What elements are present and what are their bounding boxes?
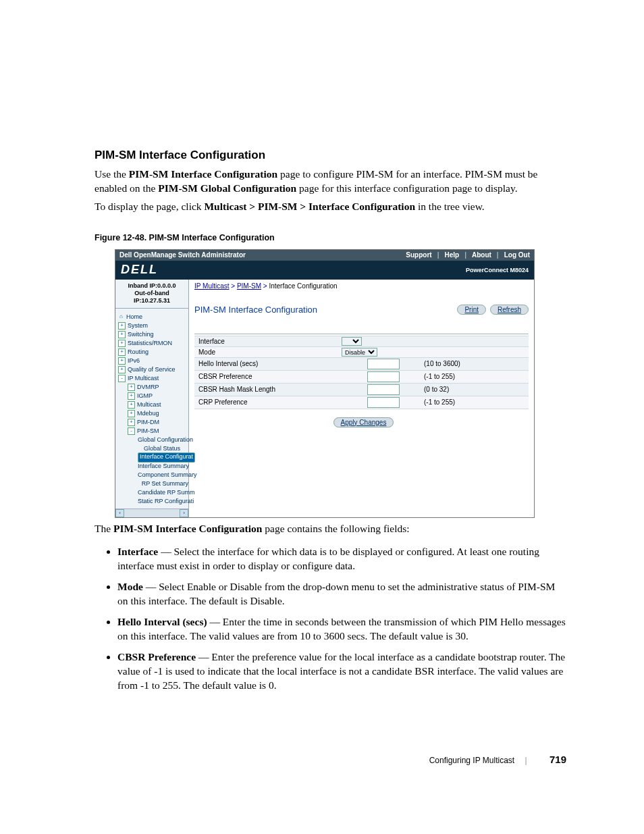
figure-caption: Figure 12-48. PIM-SM Interface Configura…: [95, 233, 566, 242]
field-control-cell: [338, 383, 420, 396]
sidebar-item-label: Statistics/RMON: [128, 340, 172, 346]
separator: |: [437, 251, 439, 259]
plus-icon[interactable]: +: [128, 392, 135, 400]
sidebar-item[interactable]: Global Status: [118, 444, 188, 453]
sidebar-item[interactable]: Global Configuration: [118, 436, 188, 444]
link-about[interactable]: About: [472, 251, 491, 259]
sidebar-item[interactable]: +Switching: [118, 330, 188, 339]
plus-icon[interactable]: +: [118, 348, 126, 356]
main-panel: IP Multicast > PIM-SM > Interface Config…: [189, 280, 534, 517]
numeric-input[interactable]: [367, 359, 400, 369]
chevron-left-icon[interactable]: ‹: [115, 509, 124, 517]
table-row: CBSR Preference(-1 to 255): [194, 370, 529, 383]
table-row: Interface: [194, 336, 529, 346]
chevron-right-icon[interactable]: ›: [180, 509, 188, 517]
sidebar-item-label: DVMRP: [137, 384, 159, 390]
numeric-input[interactable]: [367, 371, 400, 382]
field-label: Interface: [194, 336, 338, 346]
plus-icon[interactable]: +: [128, 401, 135, 409]
interface-select[interactable]: [342, 337, 362, 346]
sidebar-item[interactable]: +Mdebug: [118, 409, 188, 418]
text: Use the: [95, 168, 129, 180]
sidebar-item[interactable]: -IP Multicast: [118, 374, 188, 383]
sidebar-item[interactable]: +DVMRP: [118, 383, 188, 392]
sidebar-item[interactable]: +PIM-DM: [118, 418, 188, 427]
field-range: (-1 to 255): [420, 370, 529, 383]
sidebar-item-label: IPv6: [128, 357, 140, 364]
nav-tree: ⌂Home+System+Switching+Statistics/RMON+R…: [115, 309, 188, 509]
minus-icon[interactable]: -: [118, 375, 126, 382]
minus-icon[interactable]: -: [128, 427, 135, 435]
sidebar-item[interactable]: +IPv6: [118, 357, 188, 365]
tree-indent-icon: [136, 481, 140, 487]
breadcrumb: IP Multicast > PIM-SM > Interface Config…: [194, 282, 529, 290]
field-control-cell: [338, 370, 420, 383]
sidebar-item-label: Static RP Configurati: [138, 498, 194, 504]
footer-separator: |: [525, 756, 527, 765]
mode-select[interactable]: Disable: [342, 348, 377, 357]
list-item: CBSR Preference — Enter the preference v…: [117, 650, 566, 693]
crumb-ipmulticast[interactable]: IP Multicast: [194, 282, 230, 290]
list-item: Hello Interval (secs) — Enter the time i…: [117, 615, 566, 644]
crumb-pimsm[interactable]: PIM-SM: [237, 282, 261, 290]
sidebar-item[interactable]: +Statistics/RMON: [118, 339, 188, 348]
sidebar-item-label: Component Summary: [138, 471, 197, 478]
link-help[interactable]: Help: [444, 251, 459, 259]
sidebar-item[interactable]: +System: [118, 321, 188, 330]
sidebar-item[interactable]: +Multicast: [118, 400, 188, 409]
numeric-input[interactable]: [367, 397, 400, 408]
model-label: PowerConnect M8024: [466, 267, 529, 273]
field-control-cell: [338, 396, 420, 409]
sidebar-item[interactable]: -PIM-SM: [118, 427, 188, 436]
plus-icon[interactable]: +: [118, 340, 126, 347]
sidebar-item[interactable]: RP Set Summary: [118, 479, 188, 488]
sidebar: Inband IP:0.0.0.0 Out-of-band IP:10.27.5…: [115, 280, 189, 517]
intro-paragraph: Use the PIM-SM Interface Configuration p…: [95, 167, 566, 196]
dell-logo: DELL: [121, 263, 158, 277]
sidebar-item[interactable]: Interface Configurat: [118, 453, 188, 462]
list-item: Mode — Select Enable or Disable from the…: [117, 580, 566, 608]
field-range: (0 to 32): [420, 383, 529, 396]
sidebar-item-label: Candidate RP Summ: [138, 489, 194, 496]
window-titlebar: Dell OpenManage Switch Administrator Sup…: [115, 250, 534, 261]
sidebar-item-label: RP Set Summary: [142, 480, 188, 487]
sidebar-item[interactable]: Candidate RP Summ: [118, 488, 188, 497]
field-name: CBSR Preference: [117, 651, 196, 662]
sidebar-item[interactable]: Component Summary: [118, 471, 188, 479]
oob-ip: Out-of-band IP:10.27.5.31: [115, 290, 188, 305]
field-control-cell: [338, 357, 420, 370]
text-bold: PIM-SM Interface Configuration: [129, 168, 277, 180]
plus-icon[interactable]: +: [128, 410, 135, 417]
print-button[interactable]: Print: [457, 305, 486, 315]
ip-info: Inband IP:0.0.0.0 Out-of-band IP:10.27.5…: [115, 280, 188, 309]
home-icon[interactable]: ⌂: [118, 314, 124, 320]
field-bullets: Interface — Select the interface for whi…: [95, 545, 566, 692]
sidebar-scrollbar[interactable]: ‹ ›: [115, 509, 188, 517]
sidebar-item[interactable]: +Routing: [118, 348, 188, 357]
app-title: Dell OpenManage Switch Administrator: [119, 251, 246, 259]
field-label: CBSR Preference: [194, 370, 338, 383]
apply-changes-button[interactable]: Apply Changes: [333, 417, 394, 427]
plus-icon[interactable]: +: [118, 357, 126, 365]
field-label: CRP Preference: [194, 396, 338, 409]
plus-icon[interactable]: +: [118, 366, 126, 373]
sidebar-item-label: Home: [126, 313, 142, 320]
brand-bar: DELL PowerConnect M8024: [115, 261, 534, 280]
link-logout[interactable]: Log Out: [504, 251, 530, 259]
sidebar-item[interactable]: +IGMP: [118, 392, 188, 400]
plus-icon[interactable]: +: [118, 322, 126, 330]
refresh-button[interactable]: Refresh: [490, 305, 529, 315]
plus-icon[interactable]: +: [128, 419, 135, 426]
field-control-cell: Disable: [338, 346, 420, 357]
numeric-input[interactable]: [367, 384, 400, 395]
sidebar-item[interactable]: ⌂Home: [118, 313, 188, 321]
field-range: (10 to 3600): [420, 357, 529, 370]
field-name: Hello Interval (secs): [117, 616, 207, 627]
plus-icon[interactable]: +: [128, 384, 135, 391]
separator: |: [464, 251, 466, 259]
link-support[interactable]: Support: [406, 251, 431, 259]
sidebar-item[interactable]: +Quality of Service: [118, 365, 188, 374]
sidebar-item[interactable]: Interface Summary: [118, 462, 188, 471]
sidebar-item[interactable]: Static RP Configurati: [118, 497, 188, 506]
plus-icon[interactable]: +: [118, 331, 126, 338]
